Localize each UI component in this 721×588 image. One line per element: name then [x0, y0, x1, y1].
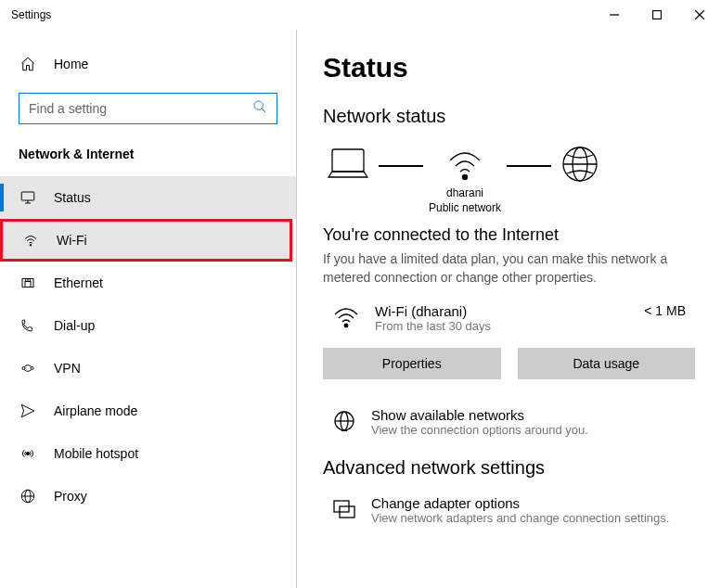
dialup-icon [19, 317, 37, 334]
adapter-sub: View network adapters and change connect… [371, 511, 669, 525]
sidebar-item-vpn[interactable]: VPN [0, 347, 296, 390]
advanced-header: Advanced network settings [323, 457, 695, 479]
wifi-icon [444, 144, 485, 185]
data-usage-button[interactable]: Data usage [518, 348, 696, 379]
svg-rect-21 [332, 149, 364, 172]
titlebar: Settings [0, 0, 721, 30]
wifi-data-usage: < 1 MB [644, 303, 686, 318]
main-content: Status Network status dharani Public net… [297, 30, 721, 588]
sidebar-item-hotspot[interactable]: Mobile hotspot [0, 432, 296, 475]
svg-point-16 [31, 367, 33, 370]
sidebar-item-proxy[interactable]: Proxy [0, 475, 296, 518]
wifi-icon [21, 232, 40, 249]
svg-rect-1 [653, 11, 662, 19]
sidebar-item-label: Proxy [54, 489, 87, 504]
window-title: Settings [11, 8, 51, 21]
airplane-icon [19, 403, 37, 419]
wifi-connection-row: Wi-Fi (dharani) From the last 30 days < … [323, 303, 695, 335]
globe-icon [332, 409, 356, 437]
category-header: Network & Internet [0, 147, 296, 176]
properties-button[interactable]: Properties [323, 348, 501, 379]
connected-title: You're connected to the Internet [323, 225, 695, 245]
svg-point-26 [344, 324, 348, 327]
svg-point-15 [22, 367, 25, 370]
svg-point-17 [27, 453, 30, 455]
sidebar-item-label: Mobile hotspot [54, 446, 138, 461]
svg-point-4 [254, 101, 263, 109]
sidebar-item-status[interactable]: Status [0, 176, 296, 219]
search-input[interactable] [19, 93, 277, 124]
sidebar-item-label: Dial-up [54, 318, 95, 333]
window-controls [593, 0, 721, 30]
adapter-name: Change adapter options [371, 495, 669, 511]
internet-node [557, 144, 603, 214]
svg-point-22 [463, 175, 468, 180]
adapter-options-link[interactable]: Change adapter options View network adap… [323, 495, 695, 525]
home-button[interactable]: Home [0, 48, 296, 80]
vpn-icon [19, 360, 37, 377]
wifi-icon [332, 303, 360, 335]
show-networks-name: Show available networks [371, 407, 588, 423]
ethernet-icon [19, 275, 37, 291]
show-networks-link[interactable]: Show available networks View the connect… [323, 407, 695, 437]
sidebar-item-label: Status [54, 190, 91, 205]
maximize-button[interactable] [636, 0, 678, 30]
close-button[interactable] [678, 0, 721, 30]
network-diagram: dharani Public network [323, 144, 695, 214]
connected-desc: If you have a limited data plan, you can… [323, 250, 695, 287]
minimize-button[interactable] [593, 0, 636, 30]
laptop-icon [323, 144, 373, 185]
network-status-header: Network status [323, 106, 695, 127]
globe-icon [557, 144, 603, 185]
router-node: dharani Public network [429, 144, 501, 214]
sidebar-item-label: Airplane mode [54, 403, 137, 418]
wifi-name: Wi-Fi (dharani) [375, 303, 491, 319]
network-type-label: Public network [429, 201, 501, 214]
sidebar-item-dialup[interactable]: Dial-up [0, 304, 296, 347]
sidebar-item-label: Wi-Fi [57, 233, 87, 248]
svg-line-5 [262, 109, 265, 112]
page-title: Status [323, 52, 695, 83]
svg-rect-6 [21, 192, 34, 200]
home-icon [19, 56, 37, 72]
sidebar-item-label: Ethernet [54, 275, 103, 290]
adapter-icon [332, 497, 356, 525]
ssid-label: dharani [446, 186, 483, 199]
show-networks-sub: View the connection options around you. [371, 423, 588, 437]
sidebar: Home Network & Internet Status Wi-Fi Eth… [0, 30, 297, 588]
sidebar-item-airplane[interactable]: Airplane mode [0, 390, 296, 432]
svg-point-9 [30, 245, 32, 247]
wifi-sub: From the last 30 days [375, 319, 491, 333]
search-field[interactable] [29, 101, 252, 116]
home-label: Home [54, 57, 88, 71]
device-node [323, 144, 373, 214]
search-icon [252, 99, 267, 118]
monitor-icon [19, 189, 37, 206]
hotspot-icon [19, 445, 37, 462]
proxy-icon [19, 488, 37, 505]
sidebar-item-label: VPN [54, 361, 81, 376]
sidebar-item-ethernet[interactable]: Ethernet [0, 262, 296, 304]
svg-rect-11 [25, 282, 31, 288]
sidebar-item-wifi[interactable]: Wi-Fi [0, 219, 292, 262]
